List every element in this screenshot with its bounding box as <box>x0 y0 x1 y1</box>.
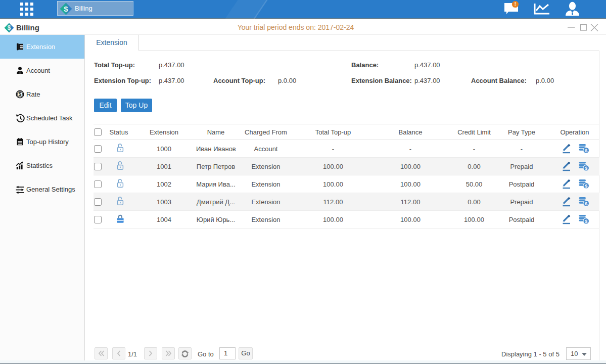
svg-text:$: $ <box>585 166 587 171</box>
svg-text:!: ! <box>515 2 516 7</box>
svg-text:$: $ <box>585 148 587 153</box>
svg-text:$: $ <box>64 5 68 13</box>
svg-text:$: $ <box>585 219 587 224</box>
svg-text:$: $ <box>19 91 22 97</box>
svg-text:$: $ <box>585 201 587 206</box>
svg-text:$: $ <box>585 184 587 189</box>
